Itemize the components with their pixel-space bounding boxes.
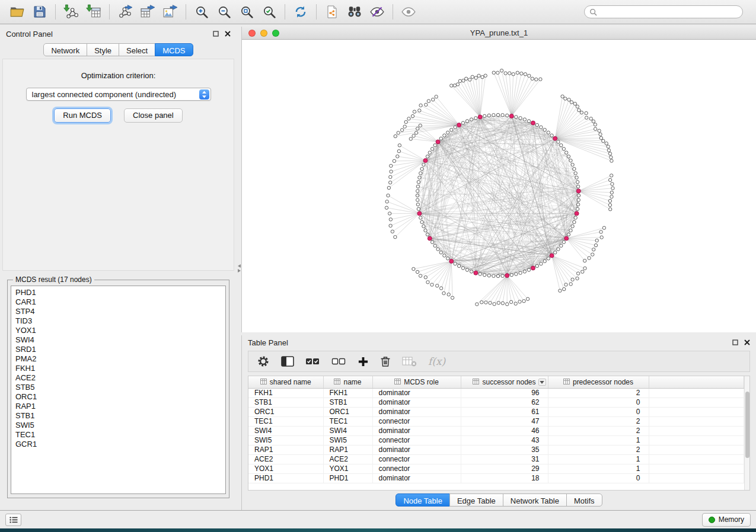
- mcds-result-item[interactable]: CAR1: [15, 297, 225, 307]
- zoom-in-button[interactable]: [190, 1, 213, 23]
- table-scrollbar[interactable]: [744, 376, 749, 490]
- mcds-result-item[interactable]: YOX1: [15, 326, 225, 335]
- mcds-result-item[interactable]: FKH1: [15, 364, 225, 373]
- application-window: Control Panel NetworkStyleSelectMCDS Opt…: [0, 0, 756, 528]
- search-input[interactable]: [600, 8, 738, 16]
- column-header-name[interactable]: name: [323, 376, 372, 388]
- tab-network-table[interactable]: Network Table: [503, 493, 567, 507]
- filter-eye-button[interactable]: [366, 1, 388, 23]
- tab-mcds[interactable]: MCDS: [155, 43, 193, 56]
- import-network-button[interactable]: [60, 1, 82, 23]
- maximize-window-button[interactable]: [272, 30, 279, 37]
- table-grid-icon: [260, 378, 267, 386]
- table-panel: Table Panel f(x): [241, 335, 756, 510]
- search-binoculars-button[interactable]: [343, 1, 366, 23]
- network-window-titlebar[interactable]: YPA_prune.txt_1: [242, 27, 756, 40]
- mcds-result-title: MCDS result (17 nodes): [13, 275, 94, 284]
- tab-motifs[interactable]: Motifs: [566, 493, 602, 507]
- mcds-result-item[interactable]: SWI5: [15, 421, 225, 430]
- column-header-MCDS-role[interactable]: MCDS role: [372, 376, 461, 388]
- tab-style[interactable]: Style: [87, 43, 119, 56]
- mcds-result-item[interactable]: ACE2: [15, 373, 225, 383]
- columns-icon: [281, 355, 294, 367]
- table-row[interactable]: RAP1RAP1dominator352: [248, 445, 744, 454]
- export-image-button[interactable]: [159, 1, 181, 23]
- show-eye-button[interactable]: [397, 1, 420, 23]
- zoom-out-button[interactable]: [213, 1, 235, 23]
- task-history-button[interactable]: [5, 514, 21, 526]
- select-stepper-icon: [199, 89, 209, 100]
- table-row[interactable]: SWI5SWI5connector431: [248, 435, 744, 445]
- mcds-result-list[interactable]: PHD1CAR1STP4TID3YOX1SWI4SRD1PMA2FKH1ACE2…: [11, 286, 226, 494]
- main-toolbar: [0, 0, 756, 24]
- deselect-all-button[interactable]: [331, 352, 346, 370]
- open-button[interactable]: [6, 1, 28, 23]
- table-scrollbar-thumb[interactable]: [745, 392, 749, 458]
- mcds-result-item[interactable]: PHD1: [15, 288, 225, 297]
- mcds-result-item[interactable]: SRD1: [15, 345, 225, 354]
- close-panel-icon[interactable]: [744, 338, 750, 347]
- optimization-criterion-select[interactable]: largest connected component (undirected): [26, 88, 211, 101]
- table-row[interactable]: TEC1TEC1connector472: [248, 416, 744, 426]
- network-graph[interactable]: [242, 40, 756, 332]
- close-panel-icon[interactable]: [225, 30, 231, 39]
- minimize-window-button[interactable]: [260, 30, 267, 37]
- table-settings-button[interactable]: [257, 352, 270, 370]
- tab-network[interactable]: Network: [43, 43, 87, 56]
- tab-edge-table[interactable]: Edge Table: [449, 493, 503, 507]
- column-header-successor-nodes[interactable]: successor nodes: [461, 376, 548, 388]
- show-columns-button[interactable]: [281, 352, 294, 370]
- mcds-result-item[interactable]: STB5: [15, 383, 225, 392]
- float-panel-icon[interactable]: [732, 338, 738, 347]
- tab-node-table[interactable]: Node Table: [395, 493, 450, 507]
- list-icon: [9, 517, 18, 523]
- export-table-button[interactable]: [136, 1, 159, 23]
- toolbar-separator: [109, 4, 110, 20]
- tab-select[interactable]: Select: [119, 43, 155, 56]
- export-network-icon: [117, 4, 133, 20]
- close-panel-button[interactable]: Close panel: [124, 108, 183, 123]
- run-mcds-button[interactable]: Run MCDS: [54, 108, 111, 123]
- mcds-result-item[interactable]: RAP1: [15, 402, 225, 411]
- mcds-result-item[interactable]: STB1: [15, 411, 225, 421]
- function-builder-button[interactable]: f(x): [428, 352, 445, 370]
- refresh-icon: [293, 4, 308, 20]
- share-document-button[interactable]: [321, 1, 343, 23]
- mcds-result-item[interactable]: GCR1: [15, 440, 225, 449]
- delete-table-button[interactable]: [402, 352, 417, 370]
- mcds-result-item[interactable]: STP4: [15, 307, 225, 316]
- mcds-result-item[interactable]: TID3: [15, 316, 225, 326]
- table-row[interactable]: ORC1ORC1dominator610: [248, 407, 744, 416]
- table-row[interactable]: STB1STB1dominator620: [248, 398, 744, 407]
- refresh-button[interactable]: [289, 1, 312, 23]
- mcds-result-item[interactable]: PMA2: [15, 354, 225, 364]
- float-panel-icon[interactable]: [213, 30, 219, 39]
- mcds-result-item[interactable]: ORC1: [15, 392, 225, 402]
- import-table-button[interactable]: [82, 1, 105, 23]
- table-row[interactable]: YOX1YOX1connector291: [248, 464, 744, 473]
- mcds-result-item[interactable]: SWI4: [15, 335, 225, 345]
- table-row[interactable]: ACE2ACE2connector311: [248, 454, 744, 464]
- export-network-button[interactable]: [114, 1, 136, 23]
- network-view[interactable]: [242, 40, 756, 332]
- close-window-button[interactable]: [248, 30, 256, 37]
- delete-row-button[interactable]: [380, 352, 391, 370]
- toolbar-search[interactable]: [584, 5, 743, 18]
- column-header-shared-name[interactable]: shared name: [248, 376, 323, 388]
- status-bar: Memory: [0, 510, 756, 528]
- add-row-button[interactable]: [358, 352, 369, 370]
- eye-icon: [401, 4, 416, 20]
- save-button[interactable]: [28, 1, 51, 23]
- table-row[interactable]: SWI4SWI4dominator462: [248, 426, 744, 435]
- column-header-predecessor-nodes[interactable]: predecessor nodes: [548, 376, 649, 388]
- table-row[interactable]: FKH1FKH1dominator962: [248, 388, 744, 398]
- zoom-selected-button[interactable]: [258, 1, 280, 23]
- table-row[interactable]: PHD1PHD1dominator180: [248, 473, 744, 483]
- vertical-splitter[interactable]: [237, 27, 241, 510]
- select-all-button[interactable]: [305, 352, 320, 370]
- select-all-icon: [305, 355, 320, 367]
- memory-button[interactable]: Memory: [702, 513, 751, 527]
- sort-chevron-icon[interactable]: [538, 379, 546, 386]
- zoom-fit-button[interactable]: [235, 1, 258, 23]
- mcds-result-item[interactable]: TEC1: [15, 430, 225, 440]
